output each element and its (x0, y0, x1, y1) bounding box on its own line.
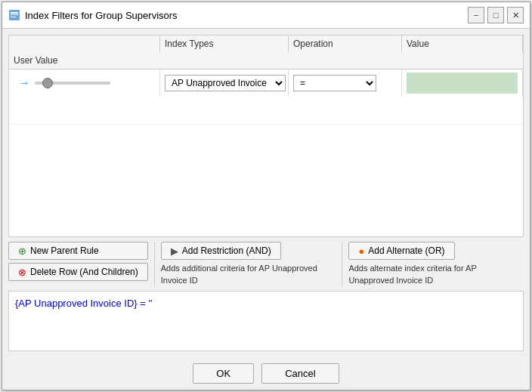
circle-icon: ● (358, 246, 364, 256)
value-input-area[interactable] (407, 73, 518, 94)
table-header: Index Types Operation Value User Value (9, 35, 523, 69)
action-buttons-row: ⊕ New Parent Rule ⊗ Delete Row (And Chil… (8, 242, 524, 286)
add-alternate-button[interactable]: ● Add Alternate (OR) (348, 242, 454, 260)
divider (154, 242, 155, 286)
left-buttons: ⊕ New Parent Rule ⊗ Delete Row (And Chil… (8, 242, 148, 281)
slider-thumb (42, 78, 53, 88)
operation-select[interactable]: = (293, 75, 376, 91)
table-body: → AP Unapproved Invoice ... = (9, 69, 523, 236)
row-controls-cell: → (9, 69, 160, 97)
col-header-value: Value (402, 35, 523, 52)
content-area: Index Types Operation Value User Value → (2, 29, 530, 357)
operation-cell: = (289, 69, 402, 97)
index-type-select[interactable]: AP Unapproved Invoice ... (165, 75, 286, 91)
ok-button[interactable]: OK (193, 363, 254, 384)
value-cell[interactable] (402, 69, 523, 97)
footer: OK Cancel (2, 357, 530, 390)
col-header-operation: Operation (289, 35, 402, 52)
expression-text: {AP Unapproved Invoice ID} = '' (15, 298, 152, 309)
col-header-index-types: Index Types (160, 35, 289, 52)
new-parent-rule-button[interactable]: ⊕ New Parent Rule (8, 242, 148, 260)
window-controls: − □ ✕ (468, 7, 524, 23)
maximize-button[interactable]: □ (487, 7, 504, 23)
minimize-button[interactable]: − (468, 7, 484, 23)
user-value-cell (9, 97, 160, 124)
title-bar: Index Filters for Group Supervisors − □ … (2, 2, 530, 29)
row-arrow-icon: → (18, 77, 30, 89)
play-icon: ▶ (171, 246, 178, 256)
expression-box: {AP Unapproved Invoice ID} = '' (8, 291, 524, 351)
plus-circle-icon: ⊕ (18, 246, 26, 256)
index-type-cell: AP Unapproved Invoice ... (160, 69, 289, 97)
col-header-controls (9, 35, 160, 52)
right-buttons: ● Add Alternate (OR) Adds alternate inde… (348, 242, 524, 286)
table-row: → AP Unapproved Invoice ... = (9, 69, 523, 125)
center-buttons: ▶ Add Restriction (AND) Adds additional … (161, 242, 336, 286)
filter-table: Index Types Operation Value User Value → (8, 35, 524, 237)
add-restriction-button[interactable]: ▶ Add Restriction (AND) (161, 242, 281, 260)
row-controls: → (14, 77, 115, 89)
divider2 (342, 242, 342, 286)
window-title: Index Filters for Group Supervisors (25, 10, 463, 21)
cancel-button[interactable]: Cancel (261, 363, 339, 384)
restriction-description: Adds additional criteria for AP Unapprov… (161, 263, 336, 286)
svg-rect-3 (11, 17, 16, 17)
delete-icon: ⊗ (18, 267, 26, 277)
row-slider[interactable] (35, 82, 110, 85)
col-header-user-value: User Value (9, 52, 160, 69)
alternate-description: Adds alternate index criteria for AP Una… (348, 263, 524, 286)
close-button[interactable]: ✕ (507, 7, 524, 23)
window-icon (8, 9, 20, 21)
svg-rect-1 (11, 12, 18, 14)
svg-rect-2 (11, 14, 18, 15)
delete-row-button[interactable]: ⊗ Delete Row (And Children) (8, 263, 148, 281)
main-window: Index Filters for Group Supervisors − □ … (2, 2, 530, 390)
